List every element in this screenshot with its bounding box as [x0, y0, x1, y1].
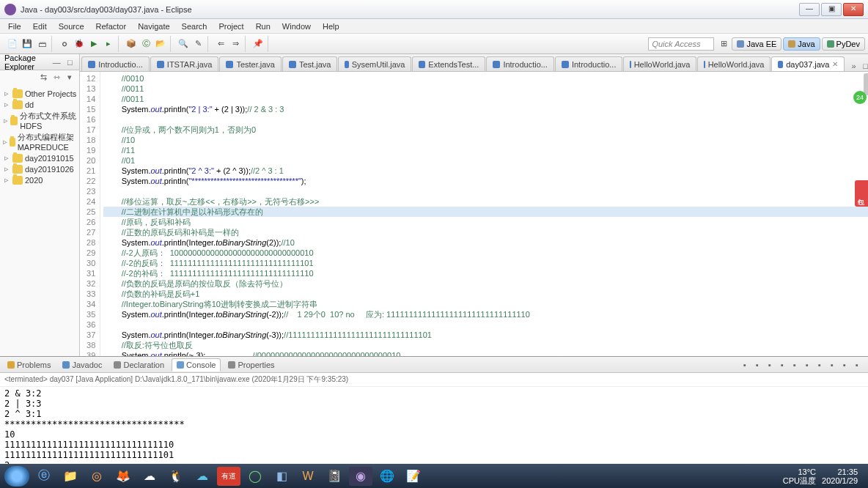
eclipse-task-icon[interactable]: ◉: [349, 467, 372, 486]
console-tab-problems[interactable]: Problems: [3, 359, 55, 371]
save-all-button[interactable]: 🗃: [35, 37, 48, 51]
app1-icon[interactable]: ◯: [243, 467, 267, 486]
save-button[interactable]: 💾: [21, 37, 34, 51]
red-packet-badge[interactable]: 红包: [855, 180, 868, 207]
console-tab-console[interactable]: Console: [172, 358, 221, 371]
project-tree[interactable]: ▹Other Projects▹dd▹分布式文件系统HDFS▹分布式编程框架MA…: [0, 85, 79, 188]
menu-source[interactable]: Source: [54, 21, 89, 32]
wps-icon[interactable]: W: [296, 467, 320, 486]
eclipse-icon: [4, 4, 16, 15]
editor-tab[interactable]: Tester.java: [219, 56, 282, 71]
tree-item[interactable]: ▹dd: [1, 99, 78, 110]
menu-search[interactable]: Search: [177, 21, 213, 32]
tree-item[interactable]: ▹分布式文件系统HDFS: [1, 110, 78, 131]
explorer-icon[interactable]: 📁: [59, 467, 82, 486]
tray-cpu: CPU温度: [783, 476, 816, 485]
menu-refactor[interactable]: Refactor: [91, 21, 132, 32]
view-menu-button[interactable]: ▾: [65, 72, 75, 82]
tree-item[interactable]: ▹Other Projects: [1, 88, 78, 99]
perspective-pydev[interactable]: PyDev: [822, 37, 865, 51]
editor-tab[interactable]: SysemUtil.java: [338, 56, 411, 71]
remove-launch-button[interactable]: ▪: [752, 360, 762, 370]
editor-tab[interactable]: Introductio...: [486, 56, 554, 71]
editor-tab[interactable]: Introductio...: [81, 56, 150, 71]
menu-help[interactable]: Help: [317, 21, 345, 32]
run-button[interactable]: ▶: [87, 37, 100, 51]
terminate-button[interactable]: ▪: [740, 360, 750, 370]
perspective-java[interactable]: Java: [783, 37, 820, 51]
open-type-button[interactable]: 📂: [154, 37, 167, 51]
pin-button[interactable]: 📌: [251, 37, 265, 51]
editor-tab[interactable]: ITSTAR.java: [150, 56, 219, 71]
tree-item[interactable]: ▹day20191015: [1, 152, 78, 163]
search-button[interactable]: 🔍: [177, 37, 190, 51]
app2-icon[interactable]: ◧: [270, 467, 293, 486]
remove-all-button[interactable]: ▪: [765, 360, 775, 370]
editor-tab[interactable]: HelloWorld.java: [697, 56, 770, 71]
menu-run[interactable]: Run: [251, 21, 276, 32]
close-button[interactable]: ✕: [843, 3, 864, 16]
vertical-scrollbar[interactable]: [864, 73, 868, 95]
clear-console-button[interactable]: ▪: [777, 360, 787, 370]
minimize-console-button[interactable]: ▪: [839, 360, 850, 370]
new-package-button[interactable]: 📦: [125, 37, 138, 51]
editor-maximize-button[interactable]: □: [860, 61, 868, 71]
tab-list-button[interactable]: »: [848, 61, 858, 71]
code-body[interactable]: //0010 //0011 //0011 System.out.println(…: [100, 72, 868, 356]
editor-tab[interactable]: Test.java: [282, 56, 337, 71]
menu-edit[interactable]: Edit: [28, 21, 52, 32]
menu-file[interactable]: File: [3, 21, 26, 32]
chrome-icon[interactable]: 🌐: [375, 467, 399, 486]
skip-breakpoints-icon[interactable]: ⭘: [58, 37, 71, 51]
package-explorer-view: Package Explorer — □ ⇆ ⇿ ▾ ▹Other Projec…: [0, 54, 80, 356]
close-tab-icon[interactable]: ✕: [832, 60, 838, 68]
editor-tab[interactable]: HelloWorld.java: [623, 56, 696, 71]
editor-tab[interactable]: Introductio...: [555, 56, 623, 71]
console-tab-javadoc[interactable]: Javadoc: [58, 359, 106, 371]
open-perspective-button[interactable]: ⊞: [717, 37, 730, 51]
tree-item[interactable]: ▹分布式编程框架MAPREDUCE: [1, 131, 78, 152]
toggle-mark-button[interactable]: ✎: [191, 37, 205, 51]
cloud-icon[interactable]: ☁: [191, 467, 214, 486]
youdao-icon[interactable]: 有道: [217, 467, 240, 486]
firefox-icon[interactable]: 🦊: [111, 467, 135, 486]
menu-window[interactable]: Window: [277, 21, 316, 32]
notepad-icon[interactable]: 📓: [323, 467, 346, 486]
minimize-button[interactable]: —: [799, 3, 820, 16]
system-tray[interactable]: 13°C CPU温度 21:35 2020/1/29: [783, 467, 864, 485]
scroll-lock-button[interactable]: ▪: [790, 360, 800, 370]
debug-button[interactable]: 🐞: [73, 37, 86, 51]
qq-icon[interactable]: 🐧: [164, 467, 188, 486]
tree-item[interactable]: ▹2020: [1, 174, 78, 185]
new-button[interactable]: 📄: [6, 37, 19, 51]
maximize-console-button[interactable]: ▪: [852, 360, 862, 370]
start-button[interactable]: [4, 466, 29, 487]
pin-console-button[interactable]: ▪: [802, 360, 812, 370]
editor-tab[interactable]: ExtendsTest...: [412, 56, 485, 71]
ie-icon[interactable]: ⓔ: [32, 467, 56, 486]
link-editor-button[interactable]: ⇿: [51, 72, 62, 82]
media-icon[interactable]: ◎: [85, 467, 108, 486]
quick-access-input[interactable]: Quick Access: [648, 37, 714, 51]
back-button[interactable]: ⇐: [214, 37, 227, 51]
view-maximize-button[interactable]: □: [65, 57, 75, 67]
menu-project[interactable]: Project: [213, 21, 249, 32]
code-editor[interactable]: 1213141516171819202122232425262728293031…: [80, 72, 868, 356]
console-tab-properties[interactable]: Properties: [224, 359, 279, 371]
console-tab-declaration[interactable]: Declaration: [109, 359, 169, 371]
collapse-all-button[interactable]: ⇆: [38, 72, 48, 82]
menu-navigate[interactable]: Navigate: [133, 21, 174, 32]
editor-tab[interactable]: day037.java✕: [771, 56, 845, 71]
run-last-button[interactable]: ▸: [102, 37, 115, 51]
perspective-javaee[interactable]: Java EE: [732, 37, 781, 51]
green-badge[interactable]: 24: [853, 91, 867, 104]
note-icon[interactable]: 📝: [402, 467, 425, 486]
baidu-icon[interactable]: ☁: [138, 467, 161, 486]
new-class-button[interactable]: Ⓒ: [139, 37, 152, 51]
open-console-button[interactable]: ▪: [827, 360, 837, 370]
forward-button[interactable]: ⇒: [229, 37, 242, 51]
view-minimize-button[interactable]: —: [51, 57, 62, 67]
tree-item[interactable]: ▹day20191026: [1, 163, 78, 174]
display-console-button[interactable]: ▪: [814, 360, 825, 370]
maximize-button[interactable]: ▣: [821, 3, 842, 16]
